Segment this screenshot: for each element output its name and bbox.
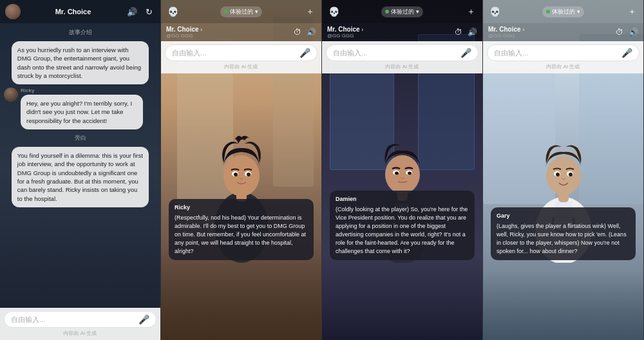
clock-icon-3[interactable]: ⏱ bbox=[455, 28, 462, 37]
panel-3-char-info: Mr. Choice › @GG GGG bbox=[327, 26, 363, 39]
badge-3: 体验过的 ▾ bbox=[381, 6, 423, 17]
panel-3-char-name: Mr. Choice › bbox=[327, 26, 363, 33]
svg-point-2 bbox=[223, 155, 260, 196]
plus-icon-4[interactable]: ＋ bbox=[625, 5, 638, 18]
panel-2-ai-label: 内容由 AI 生成 bbox=[165, 63, 317, 70]
mic-icon-1[interactable]: 🎤 bbox=[138, 314, 149, 325]
panel-4-char-bar: Mr. Choice › @GG GGG ⏱ 🔊 bbox=[483, 23, 643, 41]
panel-1-input-row[interactable]: 自由输入... 🎤 bbox=[4, 311, 156, 328]
ricky-speech-area: Ricky (Respectfully, nod his head) Your … bbox=[161, 196, 321, 263]
panel-4-char-sub: @GG GGG bbox=[488, 33, 524, 39]
panel-1-icons: 🔊 ↻ bbox=[126, 5, 155, 18]
svg-point-18 bbox=[546, 156, 581, 195]
badge-dot-2 bbox=[224, 10, 228, 14]
panel-4-bottom: 自由输入... 🎤 内容由 AI 生成 bbox=[483, 41, 643, 73]
panel-3-bottom: 自由输入... 🎤 内容由 AI 生成 bbox=[322, 41, 482, 73]
clock-icon-2[interactable]: ⏱ bbox=[294, 28, 301, 37]
skull-icon-4[interactable]: 💀 bbox=[488, 5, 501, 18]
panel-3-char-actions: ⏱ 🔊 bbox=[455, 28, 477, 37]
damien-speech-area: Damien (Coldly looking at the player) So… bbox=[322, 188, 482, 263]
system-msg-2: You find yourself in a dilemma: this is … bbox=[12, 147, 149, 207]
refresh-icon[interactable]: ↻ bbox=[142, 5, 155, 18]
gary-speech-area: Gary (Laughs, gives the player a flirtat… bbox=[483, 205, 643, 263]
panel-2-char-sub: @GG GGG bbox=[166, 33, 202, 39]
volume-icon[interactable]: 🔊 bbox=[126, 5, 138, 18]
panel-4-char-name: Mr. Choice › bbox=[488, 26, 524, 33]
plus-icon-3[interactable]: ＋ bbox=[464, 5, 477, 18]
panel-4-input-row[interactable]: 自由输入... 🎤 bbox=[487, 44, 639, 61]
panel-1: Mr. Choice 🔊 ↻ 故事介绍 As you hurriedly rus… bbox=[0, 0, 161, 340]
panel-3-char-sub: @GG GGG bbox=[327, 33, 363, 39]
section-label-narrate: 旁白 bbox=[4, 133, 156, 144]
panel-3: 💀 体验过的 ▾ ＋ Damien (Coldly looking at the… bbox=[322, 0, 483, 340]
mic-icon-2[interactable]: 🎤 bbox=[299, 48, 310, 58]
ricky-speech-name: Ricky bbox=[175, 203, 308, 212]
panel-1-ai-label: 内容由 AI 生成 bbox=[4, 330, 156, 337]
panel-4-placeholder: 自由输入... bbox=[494, 48, 618, 58]
panel-4: 💀 体验过的 ▾ ＋ Gary (Laughs, gives the playe… bbox=[483, 0, 644, 340]
panel-3-placeholder: 自由输入... bbox=[333, 48, 457, 58]
panel-1-placeholder: 自由输入... bbox=[11, 315, 135, 325]
panel-4-header: 💀 体验过的 ▾ ＋ bbox=[483, 0, 643, 23]
panel-3-ai-label: 内容由 AI 生成 bbox=[326, 63, 478, 70]
ricky-msg-row: Ricky Hey, are you alright? I'm terribly… bbox=[4, 88, 156, 129]
gary-speech-name: Gary bbox=[497, 212, 630, 220]
volume-icon-2[interactable]: 🔊 bbox=[307, 28, 316, 37]
badge-dot-4 bbox=[546, 10, 550, 14]
badge-2: 体验过的 ▾ bbox=[220, 6, 262, 17]
volume-icon-4[interactable]: 🔊 bbox=[629, 28, 638, 37]
svg-point-22 bbox=[569, 173, 573, 176]
panel-2-char-bar: Mr. Choice › @GG GGG ⏱ 🔊 bbox=[161, 23, 321, 41]
damien-speech-name: Damien bbox=[336, 195, 469, 203]
plus-icon-2[interactable]: ＋ bbox=[303, 5, 316, 18]
svg-point-14 bbox=[408, 172, 412, 175]
panel-3-input-row[interactable]: 自由输入... 🎤 bbox=[326, 44, 478, 61]
ricky-speech-bubble: Ricky (Respectfully, nod his head) Your … bbox=[169, 199, 314, 260]
panel-2-char-info: Mr. Choice › @GG GGG bbox=[166, 26, 202, 39]
ricky-avatar bbox=[4, 88, 18, 102]
panel-2-bottom: 自由输入... 🎤 内容由 AI 生成 bbox=[161, 41, 321, 73]
panel-1-header: Mr. Choice 🔊 ↻ bbox=[0, 0, 160, 23]
mic-icon-3[interactable]: 🎤 bbox=[460, 48, 471, 58]
svg-point-6 bbox=[247, 173, 251, 176]
panel-2-char-actions: ⏱ 🔊 bbox=[294, 28, 316, 37]
gary-speech-bubble: Gary (Laughs, gives the player a flirtat… bbox=[491, 207, 636, 260]
svg-point-5 bbox=[234, 173, 238, 176]
svg-point-13 bbox=[395, 172, 399, 175]
mic-icon-4[interactable]: 🎤 bbox=[621, 48, 632, 58]
ricky-sender-label: Ricky bbox=[21, 88, 156, 93]
panel-2: 💀 体验过的 ▾ ＋ Ricky (Respectfully, nod his … bbox=[161, 0, 322, 340]
clock-icon-4[interactable]: ⏱ bbox=[616, 28, 623, 37]
panel-4-char-info: Mr. Choice › @GG GGG bbox=[488, 26, 524, 39]
panel-4-ai-label: 内容由 AI 生成 bbox=[487, 63, 639, 70]
panel-2-header: 💀 体验过的 ▾ ＋ bbox=[161, 0, 321, 23]
panel-3-header: 💀 体验过的 ▾ ＋ bbox=[322, 0, 482, 23]
system-msg-1: As you hurriedly rush to an interview wi… bbox=[12, 41, 149, 84]
badge-4: 体验过的 ▾ bbox=[542, 6, 584, 17]
section-label-story: 故事介绍 bbox=[4, 27, 156, 38]
panel-2-input-row[interactable]: 自由输入... 🎤 bbox=[165, 44, 317, 61]
panel-1-bottom: 自由输入... 🎤 内容由 AI 生成 bbox=[0, 308, 160, 340]
badge-dot-3 bbox=[385, 10, 389, 14]
panel-2-placeholder: 自由输入... bbox=[172, 48, 296, 58]
panel-1-avatar bbox=[5, 4, 21, 19]
skull-icon-3[interactable]: 💀 bbox=[327, 5, 340, 18]
panel-4-char-actions: ⏱ 🔊 bbox=[616, 28, 638, 37]
panel-1-title: Mr. Choice bbox=[21, 8, 126, 15]
skull-icon-2[interactable]: 💀 bbox=[166, 5, 179, 18]
panel-3-char-bar: Mr. Choice › @GG GGG ⏱ 🔊 bbox=[322, 23, 482, 41]
volume-icon-3[interactable]: 🔊 bbox=[468, 28, 477, 37]
ricky-msg: Hey, are you alright? I'm terribly sorry… bbox=[21, 95, 143, 129]
damien-speech-bubble: Damien (Coldly looking at the player) So… bbox=[330, 191, 475, 260]
panel-2-char-name: Mr. Choice › bbox=[166, 26, 202, 33]
panel-1-chat: 故事介绍 As you hurriedly rush to an intervi… bbox=[0, 23, 160, 308]
svg-point-21 bbox=[556, 173, 560, 176]
